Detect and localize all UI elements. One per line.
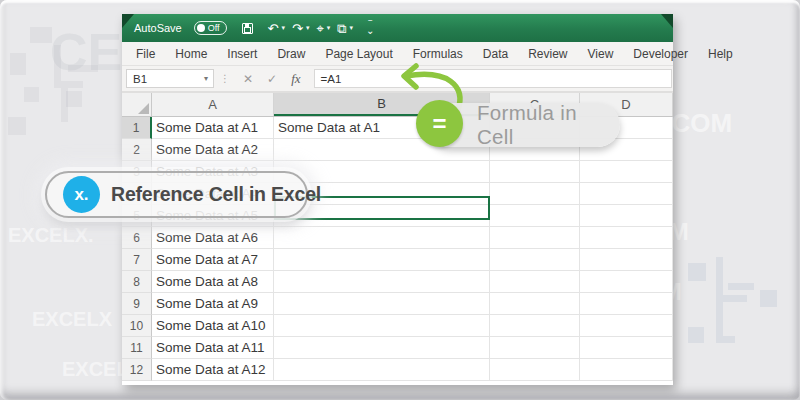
cell-D8[interactable] — [580, 271, 673, 293]
cell-B12[interactable] — [274, 359, 490, 381]
cell-C10[interactable] — [490, 315, 580, 337]
column-header-B[interactable]: B — [274, 93, 490, 116]
enter-icon[interactable]: ✓ — [260, 72, 284, 86]
cell-D11[interactable] — [580, 337, 673, 359]
watermark-logo-text: CE — [50, 22, 122, 82]
cell-D5[interactable] — [580, 205, 673, 227]
formula-input[interactable]: =A1 — [314, 69, 672, 88]
undo-dropdown-icon[interactable]: ▾ — [281, 24, 285, 32]
toggle-knob-icon — [197, 24, 205, 32]
cell-A8[interactable]: Some Data at A8 — [152, 271, 274, 293]
cell-C6[interactable] — [490, 227, 580, 249]
x-badge-icon: x. — [63, 176, 100, 213]
cell-D12[interactable] — [580, 359, 673, 381]
cell-A9[interactable]: Some Data at A9 — [152, 293, 274, 315]
cell-A2[interactable]: Some Data at A2 — [152, 139, 274, 161]
cell-A1[interactable]: Some Data at A1 — [152, 117, 274, 139]
menu-tab-view[interactable]: View — [578, 47, 624, 61]
cell-B8[interactable] — [274, 271, 490, 293]
row-header-11[interactable]: 11 — [122, 337, 152, 359]
row-header-12[interactable]: 12 — [122, 359, 152, 381]
cell-B7[interactable] — [274, 249, 490, 271]
cell-A12[interactable]: Some Data at A12 — [152, 359, 274, 381]
column-headers: ABCD — [122, 93, 673, 117]
row-header-7[interactable]: 7 — [122, 249, 152, 271]
titlebar-corner-fold — [661, 14, 673, 28]
spreadsheet-grid: ABCD 1Some Data at A1Some Data at A12Som… — [122, 93, 673, 381]
row-header-1[interactable]: 1 — [122, 117, 152, 139]
cell-C7[interactable] — [490, 249, 580, 271]
row-header-8[interactable]: 8 — [122, 271, 152, 293]
row-header-2[interactable]: 2 — [122, 139, 152, 161]
column-header-C[interactable]: C — [490, 93, 580, 116]
cell-C2[interactable] — [490, 139, 580, 161]
menu-tab-data[interactable]: Data — [473, 47, 518, 61]
touch-mode-dropdown-icon[interactable]: ▾ — [327, 24, 331, 32]
cell-A11[interactable]: Some Data at A11 — [152, 337, 274, 359]
cell-B10[interactable] — [274, 315, 490, 337]
title-bar: AutoSave Off ↶▾ ↷▾ ⌖▾ ⧉▾ ‾⌄ — [122, 14, 673, 42]
cell-D9[interactable] — [580, 293, 673, 315]
redo-dropdown-icon[interactable]: ▾ — [306, 24, 310, 32]
customize-qat-icon[interactable]: ‾⌄ — [366, 23, 374, 33]
cell-D3[interactable] — [580, 161, 673, 183]
sheet-row-10: 10Some Data at A10 — [122, 315, 673, 337]
autosave-toggle[interactable]: Off — [194, 21, 227, 35]
name-box-dropdown-icon[interactable]: ▾ — [204, 74, 213, 83]
row-header-10[interactable]: 10 — [122, 315, 152, 337]
cell-A7[interactable]: Some Data at A7 — [152, 249, 274, 271]
touch-mode-icon[interactable]: ⌖ — [316, 22, 323, 35]
cell-B1[interactable]: Some Data at A1 — [274, 117, 490, 139]
column-header-A[interactable]: A — [152, 93, 274, 116]
cell-D7[interactable] — [580, 249, 673, 271]
select-all-triangle-icon — [138, 103, 149, 114]
cell-B11[interactable] — [274, 337, 490, 359]
save-icon[interactable] — [242, 23, 253, 34]
menu-tab-developer[interactable]: Developer — [623, 47, 698, 61]
watermark-text: EXCELX. — [8, 224, 94, 247]
cell-C3[interactable] — [490, 161, 580, 183]
menu-tab-file[interactable]: File — [126, 47, 165, 61]
cell-C5[interactable] — [490, 205, 580, 227]
watermark-circuit-pattern — [8, 25, 123, 140]
row-header-9[interactable]: 9 — [122, 293, 152, 315]
cell-B9[interactable] — [274, 293, 490, 315]
undo-icon[interactable]: ↶ — [268, 22, 279, 35]
cell-D10[interactable] — [580, 315, 673, 337]
cell-A10[interactable]: Some Data at A10 — [152, 315, 274, 337]
menu-tab-formulas[interactable]: Formulas — [403, 47, 473, 61]
cell-D2[interactable] — [580, 139, 673, 161]
titlebar-corner-fold — [122, 14, 134, 28]
redo-icon[interactable]: ↷ — [292, 22, 303, 35]
cell-C11[interactable] — [490, 337, 580, 359]
formula-bar-handle-icon: ⋮ — [214, 73, 236, 84]
cell-D4[interactable] — [580, 183, 673, 205]
menu-tab-page-layout[interactable]: Page Layout — [315, 47, 402, 61]
cell-B2[interactable] — [274, 139, 490, 161]
menu-tab-home[interactable]: Home — [165, 47, 217, 61]
cell-C1[interactable] — [490, 117, 580, 139]
sheet-row-11: 11Some Data at A11 — [122, 337, 673, 359]
cell-A6[interactable]: Some Data at A6 — [152, 227, 274, 249]
callout-label: Reference Cell in Excel — [111, 171, 321, 218]
cell-C8[interactable] — [490, 271, 580, 293]
select-all-corner[interactable] — [122, 93, 152, 116]
row-header-6[interactable]: 6 — [122, 227, 152, 249]
menu-tab-review[interactable]: Review — [518, 47, 577, 61]
cancel-icon[interactable]: ✕ — [236, 72, 260, 86]
cell-C9[interactable] — [490, 293, 580, 315]
select-dropdown-icon[interactable]: ▾ — [350, 24, 354, 32]
menu-tab-draw[interactable]: Draw — [267, 47, 315, 61]
select-objects-icon[interactable]: ⧉ — [337, 22, 346, 35]
menu-tab-help[interactable]: Help — [698, 47, 743, 61]
insert-function-icon[interactable]: fx — [284, 71, 307, 87]
cell-D1[interactable] — [580, 117, 673, 139]
watermark-text: EXCELX — [32, 308, 112, 331]
cell-C4[interactable] — [490, 183, 580, 205]
cell-D6[interactable] — [580, 227, 673, 249]
name-box[interactable]: B1 ▾ — [126, 69, 214, 88]
cell-C12[interactable] — [490, 359, 580, 381]
cell-B6[interactable] — [274, 227, 490, 249]
column-header-D[interactable]: D — [580, 93, 673, 116]
menu-tab-insert[interactable]: Insert — [217, 47, 267, 61]
